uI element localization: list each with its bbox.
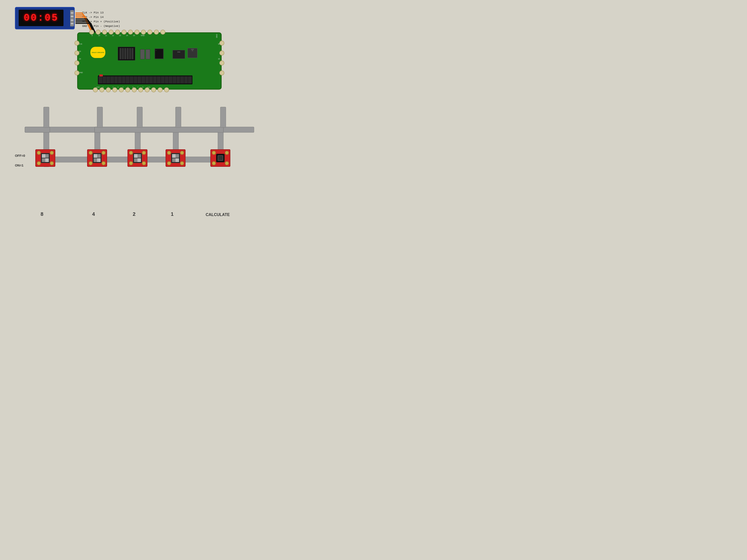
logo-text: CRAZY CIRCUITS [92, 52, 104, 53]
top-pin-1 [89, 30, 94, 34]
dip-8-knob-top [42, 154, 45, 158]
pin-label-vcc: VCC -> Pin + (Positive) [82, 20, 120, 24]
button-center [216, 154, 225, 162]
dip-2-toggle-body [133, 153, 142, 163]
label-4: 4 [92, 211, 95, 217]
pin-12: 12 [111, 34, 115, 36]
right-gnd-label: GND [216, 34, 218, 38]
pad-2-bl [129, 161, 133, 165]
pin-9: 9 [91, 34, 94, 36]
dip-switch-4[interactable] [87, 149, 107, 172]
bot-pin-circle-4 [112, 87, 117, 92]
crazy-circuits-logo: CRAZY CIRCUITS [91, 47, 105, 58]
bot-pin-circle-7 [132, 87, 137, 92]
top-pin-4 [108, 30, 113, 34]
pad-8-tl [37, 151, 41, 155]
left-pin-4 [74, 71, 79, 75]
dip-2-knob-bot [137, 158, 141, 162]
pad-1-tr [180, 151, 184, 155]
pad-4-tr [102, 151, 106, 155]
top-pin-6 [122, 30, 127, 34]
label-8: 8 [41, 211, 43, 217]
dip-switch-8[interactable] [35, 149, 55, 172]
calculate-button-module[interactable] [210, 149, 230, 172]
dip-8-toggle-top [42, 154, 49, 158]
top-pin-10 [148, 30, 152, 34]
dip-8-knob-bot [45, 158, 49, 162]
on-label: ON=1 [15, 163, 25, 167]
bot-pin-circle-3 [106, 87, 111, 92]
connector-block [118, 47, 135, 60]
pin-13: 13 [118, 34, 122, 36]
bot-pin-circle-11 [158, 87, 162, 92]
component-2 [146, 49, 150, 59]
pad-2-br [142, 161, 146, 165]
left-pin-2 [74, 51, 79, 55]
off-on-labels: OFF=0 ON=1 [15, 154, 25, 167]
left-pin-3 [74, 60, 79, 65]
dip-8-toggle-body [41, 153, 50, 163]
microcontroller-board: 9 10 11 12 13 14 15 GND 3.3v 20 19 GND [77, 32, 222, 89]
dip-1-knob-top [172, 154, 176, 158]
bot-pin-circle-1 [93, 87, 98, 92]
dip-switch-2-body [128, 149, 148, 167]
dip-switch-8-body [35, 149, 55, 167]
ic-241a: 241A [173, 50, 185, 59]
dip-switch-1-body [165, 149, 185, 167]
dip-4-toggle-top [94, 154, 101, 158]
top-pin-5 [115, 30, 120, 34]
led-indicator [99, 74, 103, 76]
pad-4-tl [88, 151, 93, 155]
pin-10: 10 [97, 34, 101, 36]
bot-pin-circle-8 [138, 87, 143, 92]
bot-pin-circle-5 [119, 87, 124, 92]
dip-switch-1[interactable] [165, 149, 185, 172]
pad-2-tr [142, 151, 146, 155]
pad-1-tl [167, 151, 171, 155]
label-calculate: CALCULATE [206, 213, 230, 217]
bot-pin-circle-12 [164, 87, 169, 92]
pin-gnd-top: GND [139, 34, 146, 36]
right-pin-4 [220, 71, 224, 75]
pad-4-bl [88, 161, 93, 165]
btn-pad-br [225, 161, 229, 165]
dip-1-toggle-body [171, 153, 180, 163]
bot-pin-circle-2 [99, 87, 104, 92]
label-1: 1 [171, 211, 174, 217]
dip-4-knob-bot [97, 158, 101, 162]
label-2: 2 [133, 211, 135, 217]
pad-8-br [50, 161, 54, 165]
right-pin-3 [220, 60, 224, 65]
top-pin-3 [102, 30, 107, 34]
bot-pin-circle-9 [145, 87, 150, 92]
off-label: OFF=0 [15, 154, 25, 158]
top-pin-8 [134, 30, 139, 34]
pin-11: 11 [104, 34, 108, 36]
dip-4-toggle-body [93, 153, 102, 163]
left-pin-1 [74, 41, 79, 46]
top-pin-gnd [160, 30, 165, 34]
dip-switch-4-body [87, 149, 107, 167]
display-screen: 00:05 [19, 10, 63, 26]
dip-switch-2[interactable] [128, 149, 148, 172]
calculate-button-body [210, 149, 230, 167]
dip-1-knob-bot [176, 158, 179, 162]
display-module: 00:05 [15, 7, 75, 29]
dip-2-knob-top [134, 154, 137, 158]
dip-1-toggle-bot [172, 158, 179, 162]
top-pin-9 [141, 30, 146, 34]
cap-x200f: X200F16v [187, 48, 198, 58]
btn-pad-bl [212, 161, 216, 165]
right-pin-2 [220, 51, 224, 55]
component-1 [140, 49, 145, 59]
pad-8-bl [37, 161, 41, 165]
pin-15: 15 [132, 34, 136, 36]
dip-4-toggle-bot [94, 158, 101, 162]
pad-4-br [102, 161, 106, 165]
btn-pad-tl [212, 151, 216, 155]
pad-2-tl [129, 151, 133, 155]
pad-1-bl [167, 161, 171, 165]
dip-4-knob-top [94, 154, 97, 158]
button-cap [217, 155, 223, 161]
pad-8-tr [50, 151, 54, 155]
